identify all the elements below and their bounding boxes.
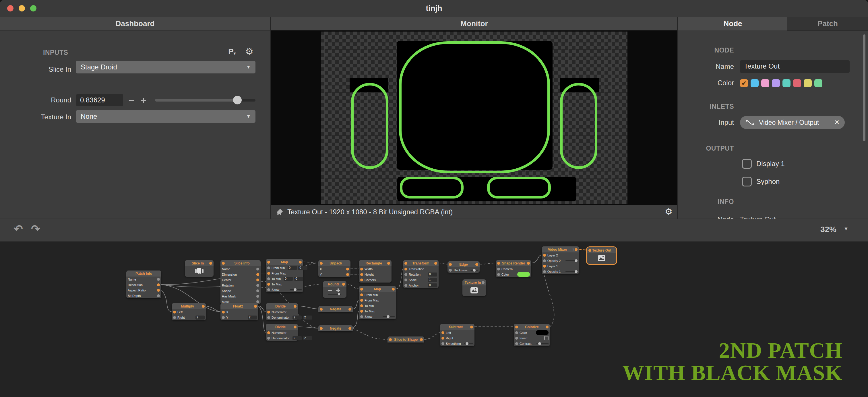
port-dot-connected[interactable] (254, 305, 257, 308)
port-value-field[interactable]: 0 (428, 272, 437, 276)
node-header[interactable]: Unpack (318, 260, 350, 266)
node-color-swatch[interactable] (517, 272, 530, 277)
node-header[interactable]: Video Mixer5 (541, 246, 579, 253)
port-dot-connected[interactable] (387, 262, 390, 265)
port-value-field[interactable]: 0 (428, 284, 437, 288)
port-dot-connected[interactable] (575, 248, 578, 251)
port-dot-connected[interactable] (392, 288, 395, 291)
mini-slider[interactable] (565, 260, 578, 261)
port-dot-connected[interactable] (360, 288, 363, 291)
output-checkbox[interactable] (742, 177, 752, 187)
port-value-field[interactable]: 1 (428, 278, 437, 282)
port-dot[interactable] (267, 277, 270, 280)
mini-slider[interactable] (536, 343, 549, 344)
node-header[interactable]: Negate (318, 325, 353, 331)
texture-in-dropdown[interactable]: None ▼ (76, 110, 255, 123)
port-dot-connected[interactable] (320, 262, 322, 265)
port-dot-connected[interactable] (475, 263, 478, 266)
port-dot-connected[interactable] (342, 283, 345, 286)
port-dot[interactable] (256, 268, 259, 270)
node-header[interactable]: Divide (266, 324, 298, 330)
port-dot-connected[interactable] (404, 268, 407, 270)
monitor-gear-icon[interactable]: ⚙ (665, 206, 673, 217)
node-header[interactable]: Map (359, 286, 396, 292)
port-dot-connected[interactable] (389, 338, 392, 341)
mini-slider-knob[interactable] (466, 342, 468, 345)
port-dot-connected[interactable] (256, 278, 259, 282)
mini-slider[interactable] (565, 271, 578, 272)
node-checkbox[interactable] (544, 336, 549, 340)
round-slider[interactable] (155, 99, 255, 102)
graph-node-rectangle[interactable]: RectangleWidthHeightCorners (359, 260, 392, 283)
node-header[interactable]: Transform (403, 260, 439, 266)
mini-slider-knob[interactable] (575, 259, 578, 262)
color-swatch[interactable] (814, 79, 823, 87)
mini-slider-knob[interactable] (538, 342, 541, 345)
graph-node-negate-2[interactable]: Negate (318, 325, 353, 331)
zoom-level-control[interactable]: 32% (820, 225, 836, 234)
port-value-field[interactable]: 2 (303, 316, 312, 320)
port-value-field[interactable]: 0 (288, 266, 297, 270)
color-swatch[interactable] (772, 79, 780, 87)
graph-node-patch-info[interactable]: Patch InfoNameResolutionAspect RatioBit … (126, 270, 161, 298)
port-value-field[interactable]: 2 (303, 336, 312, 340)
node-header[interactable]: Shape Render (496, 260, 531, 266)
tab-node[interactable]: Node (678, 16, 787, 30)
port-dot-connected[interactable] (546, 326, 549, 328)
port-dot-connected[interactable] (267, 311, 270, 313)
color-swatch[interactable]: ✔ (740, 79, 748, 87)
port-dot-connected[interactable] (360, 299, 363, 302)
graph-node-map-2[interactable]: MapFrom MinFrom MaxTo MinTo MaxSkew (359, 286, 396, 319)
color-swatch[interactable] (804, 79, 812, 87)
port-dot[interactable] (543, 270, 546, 273)
port-dot-connected[interactable] (404, 262, 407, 265)
node-header[interactable]: Colorize (514, 324, 550, 330)
node-header[interactable]: Patch Info (126, 270, 161, 276)
graph-node-negate-1[interactable]: Negate (318, 306, 353, 312)
node-color-swatch[interactable] (536, 330, 549, 335)
monitor-viewport[interactable] (271, 30, 677, 205)
port-dot-connected[interactable] (515, 326, 518, 328)
port-value-field[interactable]: 0 (298, 266, 307, 270)
graph-node-float2[interactable]: Float2XY2 (220, 303, 258, 320)
mini-slider-knob[interactable] (575, 270, 578, 273)
port-dot-connected[interactable] (267, 283, 270, 286)
port-dot-connected[interactable] (267, 272, 270, 275)
node-header[interactable]: Texture Out5 (587, 247, 616, 253)
settings-gear-icon[interactable]: ⚙ (245, 46, 253, 57)
graph-node-slice-in[interactable]: Slice In (185, 260, 214, 277)
port-dot[interactable] (157, 294, 160, 297)
mini-slider[interactable] (290, 289, 302, 290)
graph-node-slice-to-shape[interactable]: Slice to Shape (388, 336, 424, 342)
port-dot-connected[interactable] (320, 327, 322, 330)
port-dot-connected[interactable] (157, 284, 160, 286)
preset-icon[interactable]: P▾ (228, 47, 236, 56)
undo-icon[interactable]: ↶ (14, 223, 23, 235)
port-value-field[interactable]: 2 (195, 316, 205, 320)
mini-slider[interactable] (383, 316, 395, 317)
port-dot-connected[interactable] (173, 311, 176, 313)
port-dot-connected[interactable] (470, 326, 473, 328)
graph-node-video-mixer[interactable]: Video Mixer5Layer 2Opacity 2Layer 1Opaci… (541, 246, 579, 274)
node-header[interactable]: Slice to Shape (388, 336, 424, 342)
redo-icon[interactable]: ↷ (31, 223, 40, 235)
port-dot[interactable] (256, 300, 259, 303)
port-dot-connected[interactable] (348, 327, 351, 330)
port-dot-connected[interactable] (434, 262, 437, 265)
port-dot-connected[interactable] (293, 305, 297, 308)
port-dot-connected[interactable] (346, 268, 349, 270)
port-dot[interactable] (360, 315, 363, 318)
port-value-field[interactable]: 2 (292, 336, 302, 340)
node-header[interactable]: Rectangle (359, 260, 392, 266)
port-dot[interactable] (157, 278, 160, 281)
pin-icon[interactable] (276, 208, 284, 216)
mini-slider-knob[interactable] (473, 269, 476, 272)
port-dot-connected[interactable] (320, 308, 322, 311)
node-header[interactable]: Negate (318, 306, 353, 312)
node-header[interactable]: Divide (266, 303, 298, 309)
graph-node-multiply[interactable]: MultiplyLeftRight2 (172, 303, 206, 320)
input-connection-chip[interactable]: Video Mixer / Output ✕ (740, 116, 845, 129)
port-dot-connected[interactable] (267, 261, 270, 264)
port-dot[interactable] (256, 284, 259, 287)
port-dot-connected[interactable] (360, 268, 363, 270)
